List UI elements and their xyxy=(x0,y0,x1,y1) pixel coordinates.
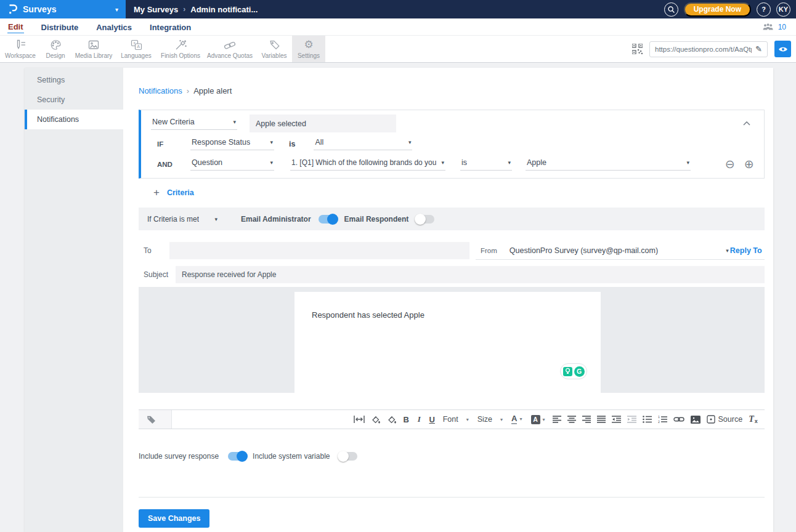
sidebar-item-notifications[interactable]: Notifications xyxy=(25,110,123,129)
survey-breadcrumb: My Surveys › Admin notificati... Upgrade… xyxy=(126,0,796,18)
breadcrumb-parent[interactable]: My Surveys xyxy=(134,5,178,14)
align-center-icon[interactable] xyxy=(564,412,579,427)
help-button[interactable]: ? xyxy=(757,2,771,17)
subject-input[interactable] xyxy=(176,266,765,283)
main-nav-tabs: Edit Distribute Analytics Integration 10 xyxy=(0,18,796,36)
toolbar-item-media-library[interactable]: Media Library xyxy=(73,36,115,62)
insert-image-icon[interactable] xyxy=(688,412,704,427)
grammarly-widget[interactable]: G xyxy=(560,363,587,379)
include-system-label: Include system variable xyxy=(253,452,330,461)
email-body-editor[interactable]: Respondent has selected Apple G xyxy=(294,292,601,393)
tab-edit[interactable]: Edit xyxy=(7,20,24,33)
highlight-color-icon[interactable] xyxy=(368,412,384,427)
editor-toolbar: B I U Font ▾ Size ▾ A ▾ xyxy=(139,409,765,429)
preview-button[interactable] xyxy=(774,41,791,57)
grammarly-bulb-icon xyxy=(563,367,572,376)
to-input[interactable] xyxy=(169,242,469,259)
remove-format-icon[interactable]: T x xyxy=(745,412,761,427)
chain-links-icon xyxy=(223,39,237,51)
size-select[interactable]: Size ▾ xyxy=(473,415,507,424)
avatar[interactable]: KY xyxy=(776,2,790,17)
align-left-icon[interactable] xyxy=(550,412,564,427)
chevron-up-icon xyxy=(743,121,750,126)
question-select[interactable]: 1. [Q1] Which of the following brands do… xyxy=(290,158,445,171)
italic-button[interactable]: I xyxy=(413,412,426,427)
bold-button[interactable]: B xyxy=(400,412,413,427)
top-actions: Upgrade Now ? KY xyxy=(664,2,796,17)
toolbar-item-advance-quotas[interactable]: Advance Quotas xyxy=(203,36,256,62)
sidebar-item-settings[interactable]: Settings xyxy=(25,70,123,90)
product-switcher[interactable]: Surveys ▾ xyxy=(0,0,126,18)
bullet-list-icon[interactable] xyxy=(640,412,655,427)
collapse-criteria-button[interactable] xyxy=(741,119,753,128)
sidebar-item-security[interactable]: Security xyxy=(25,90,123,110)
subject-label: Subject xyxy=(139,270,176,279)
breadcrumb-notifications-link[interactable]: Notifications xyxy=(139,86,182,95)
numbered-list-icon[interactable]: 12 xyxy=(655,412,670,427)
decrease-indent-icon[interactable] xyxy=(609,412,624,427)
increase-indent-icon[interactable] xyxy=(624,412,640,427)
add-condition-button[interactable]: ⊕ xyxy=(744,158,754,170)
toolbar-item-finish-options[interactable]: Finish Options xyxy=(158,36,203,62)
reply-to-link[interactable]: Reply To xyxy=(730,246,762,255)
merge-tag-button[interactable] xyxy=(139,410,172,429)
tab-integration[interactable]: Integration xyxy=(149,21,192,33)
subject-row: Subject xyxy=(139,266,765,283)
include-response-label: Include survey response xyxy=(139,452,219,461)
breadcrumb-current-alert: Apple alert xyxy=(193,86,232,95)
save-changes-button[interactable]: Save Changes xyxy=(139,509,209,528)
tab-distribute[interactable]: Distribute xyxy=(41,21,79,33)
if-value-select[interactable]: All ▾ xyxy=(314,138,412,150)
criteria-type-select[interactable]: New Criteria ▾ xyxy=(151,118,237,130)
search-button[interactable] xyxy=(664,2,678,17)
underline-button[interactable]: U xyxy=(426,412,439,427)
if-label: IF xyxy=(141,140,185,148)
if-field-select[interactable]: Response Status ▾ xyxy=(190,138,274,150)
and-label: AND xyxy=(141,161,185,168)
survey-link-field[interactable]: https://questionpro.com/t/AaQtpZ8 ✎ xyxy=(649,41,768,57)
email-respondent-toggle[interactable] xyxy=(416,215,434,224)
toolbar-item-workspace[interactable]: Workspace xyxy=(2,36,38,62)
to-from-row: To From QuestionPro Survey (survey@qp-ma… xyxy=(139,241,765,260)
toolbar-item-variables[interactable]: Variables xyxy=(256,36,292,62)
caret-down-icon: ▾ xyxy=(543,417,545,422)
grammarly-g-icon: G xyxy=(574,366,585,377)
operator-select[interactable]: is ▾ xyxy=(460,158,512,171)
link-icon[interactable] xyxy=(670,412,688,427)
maximize-icon[interactable] xyxy=(351,412,368,427)
include-system-toggle[interactable] xyxy=(339,452,357,461)
svg-text:2: 2 xyxy=(658,420,660,424)
plus-circle-icon: ⊕ xyxy=(744,158,754,171)
and-field-select[interactable]: Question ▾ xyxy=(190,158,274,171)
edit-url-icon[interactable]: ✎ xyxy=(755,44,762,54)
toggle-knob xyxy=(327,214,338,225)
criteria-name-input[interactable] xyxy=(250,115,396,132)
tab-analytics[interactable]: Analytics xyxy=(95,21,132,33)
remove-condition-button[interactable]: ⊖ xyxy=(725,158,735,170)
criteria-condition-select[interactable]: If Criteria is met ▾ xyxy=(146,215,219,224)
qr-code-icon[interactable] xyxy=(632,44,643,54)
upgrade-now-button[interactable]: Upgrade Now xyxy=(684,2,751,17)
font-select[interactable]: Font ▾ xyxy=(439,415,473,424)
add-criteria-link[interactable]: + Criteria xyxy=(153,187,765,198)
align-justify-icon[interactable] xyxy=(594,412,609,427)
answer-value-select[interactable]: Apple ▾ xyxy=(526,158,691,171)
top-bar: Surveys ▾ My Surveys › Admin notificati.… xyxy=(0,0,796,18)
settings-sidebar: Settings Security Notifications xyxy=(25,68,123,532)
fill-color-icon[interactable] xyxy=(384,412,400,427)
translate-icon: x A xyxy=(129,39,143,51)
chevron-right-icon: › xyxy=(183,5,185,14)
source-button[interactable]: Source xyxy=(704,412,746,427)
respondent-counter[interactable]: 10 xyxy=(762,23,786,31)
include-response-toggle[interactable] xyxy=(228,452,246,461)
toolbar-item-design[interactable]: Design xyxy=(38,36,73,62)
align-right-icon[interactable] xyxy=(579,412,594,427)
from-select[interactable]: QuestionPro Survey (survey@qp-mail.com) … xyxy=(508,246,730,255)
share-url-cluster: https://questionpro.com/t/AaQtpZ8 ✎ xyxy=(632,36,796,62)
text-color-button[interactable]: A ▾ xyxy=(507,414,526,424)
toolbar-item-settings[interactable]: ⚙ Settings xyxy=(292,36,325,62)
background-color-button[interactable]: A ▾ xyxy=(527,415,550,424)
email-admin-toggle[interactable] xyxy=(319,215,337,224)
toolbar-item-languages[interactable]: x A Languages xyxy=(115,36,158,62)
magic-wand-icon xyxy=(174,39,187,51)
